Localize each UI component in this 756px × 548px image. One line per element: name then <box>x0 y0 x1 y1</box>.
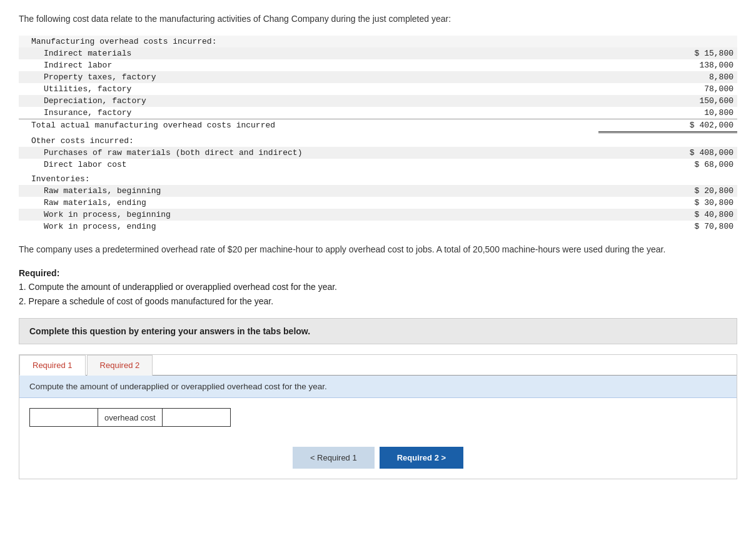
next-button[interactable]: Required 2 > <box>380 447 463 469</box>
table-row: Indirect materials $ 15,800 <box>19 47 737 59</box>
inventories-header-row: Inventories: <box>19 171 737 185</box>
table-row: Indirect labor 138,000 <box>19 59 737 71</box>
row-label: Indirect materials <box>19 47 598 59</box>
row-amount: $ 15,800 <box>598 47 737 59</box>
table-row: Raw materials, ending $ 30,800 <box>19 197 737 209</box>
table-row: Property taxes, factory 8,800 <box>19 71 737 83</box>
tab-instruction: Compute the amount of underapplied or ov… <box>19 376 737 398</box>
left-input[interactable] <box>29 408 98 427</box>
inventories-header: Inventories: <box>19 171 598 185</box>
row-label: Work in process, ending <box>19 221 598 232</box>
tab-required-2[interactable]: Required 2 <box>87 355 153 376</box>
overhead-cost-label: overhead cost <box>98 408 162 427</box>
required-item-2: 2. Prepare a schedule of cost of goods m… <box>19 294 737 308</box>
overhead-header-row: Manufacturing overhead costs incurred: <box>19 36 737 47</box>
table-row: Work in process, beginning $ 40,800 <box>19 209 737 221</box>
row-amount: 150,600 <box>598 95 737 107</box>
cost-data-table: Manufacturing overhead costs incurred: I… <box>19 36 737 232</box>
right-input[interactable] <box>162 408 231 427</box>
table-row: Depreciation, factory 150,600 <box>19 95 737 107</box>
table-row: Work in process, ending $ 70,800 <box>19 221 737 232</box>
row-amount: $ 408,000 <box>598 147 737 159</box>
row-amount: 10,800 <box>598 107 737 119</box>
inventories-header-amount <box>598 171 737 185</box>
row-label: Raw materials, ending <box>19 197 598 209</box>
question-box-text: Complete this question by entering your … <box>29 326 310 336</box>
table-row: Utilities, factory 78,000 <box>19 83 737 95</box>
company-text: The company uses a predetermined overhea… <box>19 242 737 256</box>
row-label: Indirect labor <box>19 59 598 71</box>
answer-area: overhead cost <box>19 398 737 437</box>
row-amount: $ 30,800 <box>598 197 737 209</box>
row-amount: $ 20,800 <box>598 185 737 197</box>
question-box: Complete this question by entering your … <box>19 318 737 344</box>
row-label: Direct labor cost <box>19 159 598 171</box>
row-label: Utilities, factory <box>19 83 598 95</box>
row-label: Depreciation, factory <box>19 95 598 107</box>
other-costs-header: Other costs incurred: <box>19 132 598 147</box>
total-label: Total actual manufacturing overhead cost… <box>19 119 598 132</box>
other-costs-header-row: Other costs incurred: <box>19 132 737 147</box>
table-row: Direct labor cost $ 68,000 <box>19 159 737 171</box>
total-amount: $ 402,000 <box>598 119 737 132</box>
row-amount: $ 70,800 <box>598 221 737 232</box>
row-label: Raw materials, beginning <box>19 185 598 197</box>
table-row: Raw materials, beginning $ 20,800 <box>19 185 737 197</box>
row-amount: $ 68,000 <box>598 159 737 171</box>
row-label: Work in process, beginning <box>19 209 598 221</box>
overhead-total-row: Total actual manufacturing overhead cost… <box>19 119 737 132</box>
row-amount: $ 40,800 <box>598 209 737 221</box>
required-title: Required: <box>19 268 59 278</box>
intro-text: The following cost data relate to the ma… <box>19 12 737 26</box>
row-label: Property taxes, factory <box>19 71 598 83</box>
row-label: Insurance, factory <box>19 107 598 119</box>
tab-required-1[interactable]: Required 1 <box>19 355 86 376</box>
table-row: Insurance, factory 10,800 <box>19 107 737 119</box>
table-row: Purchases of raw materials (both direct … <box>19 147 737 159</box>
tabs-header: Required 1 Required 2 <box>19 355 737 376</box>
tab-content: Compute the amount of underapplied or ov… <box>19 376 737 479</box>
other-costs-header-amount <box>598 132 737 147</box>
required-section: Required: 1. Compute the amount of under… <box>19 266 737 308</box>
row-amount: 78,000 <box>598 83 737 95</box>
overhead-header-amount <box>598 36 737 47</box>
required-item-1: 1. Compute the amount of underapplied or… <box>19 280 737 294</box>
row-amount: 8,800 <box>598 71 737 83</box>
prev-button[interactable]: < Required 1 <box>293 447 375 469</box>
nav-buttons: < Required 1 Required 2 > <box>19 437 737 479</box>
row-amount: 138,000 <box>598 59 737 71</box>
overhead-header: Manufacturing overhead costs incurred: <box>19 36 598 47</box>
row-label: Purchases of raw materials (both direct … <box>19 147 598 159</box>
tabs-container: Required 1 Required 2 Compute the amount… <box>19 354 737 479</box>
